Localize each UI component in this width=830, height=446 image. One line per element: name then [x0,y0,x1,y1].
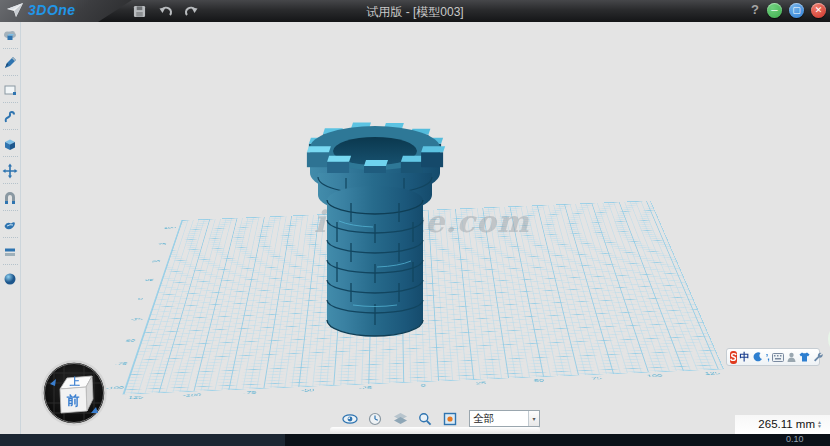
grid-tick-label: -100 [182,392,201,397]
3done-window: 3DOne 试用 [0,0,830,446]
sidebar-separator [3,183,18,184]
grid-tick-label: 75 [591,376,602,381]
grid-tick-label: -25 [130,317,143,321]
sidebar-item-material-texture[interactable] [2,243,19,260]
titlebar-tools [130,3,200,19]
snapshot-button[interactable] [442,411,458,427]
curve-icon [2,109,18,125]
move-arrows-icon [2,163,18,179]
measurement-readout: 265.11 mm ▲▼ [758,418,822,430]
grid-tick-label: -50 [122,338,135,342]
cloud-shapes-icon [2,28,18,44]
ime-skin-shirt-icon[interactable] [799,352,810,362]
sidebar-item-special-modeling[interactable] [2,216,19,233]
sidebar-item-feature-modeling[interactable] [2,135,19,152]
magnifier-icon [418,412,432,426]
viewport-3d[interactable]: -125-100-75-50-2502550751001251007550250… [22,22,830,434]
left-toolbar [0,22,21,434]
sidebar-item-render[interactable] [2,270,19,287]
grid-tick-label: 0 [421,383,426,388]
app-name: 3DOne [28,2,76,18]
spinner-control[interactable]: ▲▼ [817,420,822,428]
grid-tick-label: -125 [124,395,144,400]
maximize-button[interactable]: ▢ [789,3,804,18]
sidebar-separator [3,237,18,238]
render-sphere-icon [2,271,18,287]
redo-button[interactable] [182,3,200,19]
ime-user-icon[interactable] [787,352,796,362]
snapshot-icon [443,412,457,426]
model-castle-tower[interactable] [293,115,463,345]
grid-tick-label: 50 [151,260,160,263]
ime-wrench-icon[interactable] [813,352,823,362]
grid-tick-label: -75 [243,390,257,395]
save-button[interactable] [130,3,148,19]
pencil-icon [2,55,18,71]
clock-icon [368,412,382,426]
window-controls: ─ ▢ ✕ [767,3,826,18]
grid-tick-label: 0 [138,297,144,301]
combobox-dropdown-button[interactable]: ▾ [528,411,539,426]
sidebar-item-prefab-shapes[interactable] [2,27,19,44]
undo-button[interactable] [156,3,174,19]
history-clock-button[interactable] [367,411,383,427]
sidebar-separator [3,48,18,49]
filter-value: 全部 [470,412,528,426]
redo-icon [184,5,199,18]
sidebar-separator [3,102,18,103]
grid-tick-label: -25 [359,385,372,390]
ime-language-toggle[interactable]: 中 [740,350,750,364]
sidebar-separator [3,75,18,76]
grid-tick-label: 125 [704,371,721,376]
grid-tick-label: 100 [646,373,663,378]
save-icon [133,5,146,18]
titlebar: 3DOne 试用 [0,0,830,22]
bottom-bar-segment [0,434,285,446]
view-cube-front-label: 前 [67,393,80,408]
grid-tick-label: 100 [164,226,177,229]
ime-moon-icon[interactable] [753,352,763,362]
toolbar-shadow [330,427,540,434]
sidebar-separator [3,264,18,265]
eye-icon [342,413,358,425]
magnet-icon [2,190,18,206]
view-cube-widget[interactable]: 上 前 [39,358,109,428]
measurement-value: 265.11 mm [758,418,815,430]
zoom-search-button[interactable] [417,411,433,427]
sidebar-item-special-function[interactable] [2,108,19,125]
bottom-toolbar: 全部 ▾ [342,410,540,427]
sidebar-separator [3,156,18,157]
sidebar-item-combine-edit[interactable] [2,189,19,206]
cube-icon [2,136,18,152]
help-button[interactable]: ? [748,2,762,17]
grid-tick-label: -50 [301,388,315,393]
sidebar-item-sketch-edit[interactable] [2,81,19,98]
sidebar-item-sketch-draw[interactable] [2,54,19,71]
partial-value: 0.10 [786,434,804,444]
grid-tick-label: -75 [114,361,128,366]
sidebar-separator [3,210,18,211]
material-bars-icon [2,244,18,260]
sidebar-separator [3,129,18,130]
grid-tick-label: 50 [534,378,545,383]
visibility-eye-button[interactable] [342,411,358,427]
filter-combobox[interactable]: 全部 ▾ [469,410,540,427]
ime-logo-icon[interactable]: S [730,351,737,364]
ime-toolbar: S 中 ’, [726,348,820,366]
paper-plane-icon [7,3,24,18]
grid-tick-label: 75 [158,243,167,246]
document-title: 试用版 - [模型003] [366,4,463,21]
grid-tick-label: 25 [145,278,155,282]
sidebar-item-basic-edit[interactable] [2,162,19,179]
layers-button[interactable] [392,411,408,427]
rectangle-sketch-icon [2,82,18,98]
grid-tick-label: 25 [476,381,487,386]
minimize-button[interactable]: ─ [767,3,782,18]
app-logo: 3DOne [7,2,76,18]
view-cube-top-label: 上 [69,376,80,387]
ime-keyboard-icon[interactable] [772,353,784,362]
ime-punctuation-toggle[interactable]: ’, [766,352,769,362]
close-button[interactable]: ✕ [811,3,826,18]
layers-icon [393,412,408,425]
bird-icon [2,217,18,233]
